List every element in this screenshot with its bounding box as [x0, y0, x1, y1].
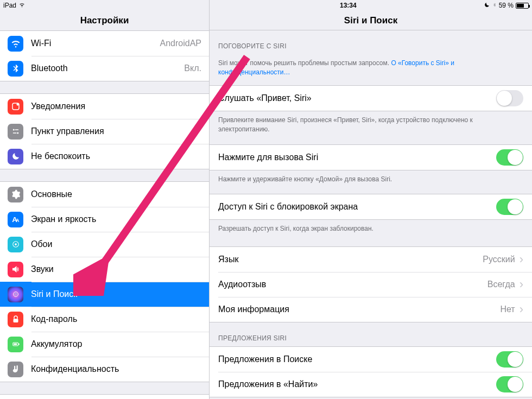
sidebar-item-label: Bluetooth [31, 64, 180, 73]
sidebar-item-dnd[interactable]: Не беспокоить [0, 144, 209, 169]
svg-rect-3 [15, 129, 18, 130]
row-press-for-siri[interactable]: Нажмите для вызова Siri [210, 145, 532, 170]
dnd-status-icon [484, 2, 490, 10]
svg-point-4 [17, 132, 18, 134]
sidebar-item-general[interactable]: Основные [0, 182, 209, 207]
row-label: Нажмите для вызова Siri [218, 153, 496, 162]
row-suggestions-search[interactable]: Предложения в Поиске [210, 347, 532, 372]
notifications-icon [8, 99, 23, 115]
status-bar-left: iPad [0, 0, 209, 11]
svg-rect-15 [14, 344, 17, 345]
lock-siri-footer: Разрешать доступ к Siri, когда экран заб… [210, 220, 532, 233]
lock-icon [8, 312, 23, 327]
hey-siri-footer: Привлеките внимание Siri, произнеся «При… [210, 111, 532, 135]
section-header-suggestions: ПРЕДЛОЖЕНИЯ SIRI [210, 322, 532, 346]
status-bar-right: 13:34 59 % [210, 0, 532, 11]
row-language[interactable]: Язык Русский › [210, 247, 532, 272]
chevron-right-icon: › [520, 278, 523, 290]
moon-icon [8, 149, 23, 164]
sidebar-item-label: Звуки [31, 264, 201, 274]
sidebar-item-label: Siri и Поиск [31, 289, 201, 299]
bluetooth-status-icon [492, 2, 497, 10]
sidebar-item-itunes[interactable]: iTunes Store и App Store [0, 395, 209, 399]
control-center-icon [8, 124, 23, 140]
row-label: Предложения в Поиске [218, 354, 496, 364]
sidebar-item-value: AndroidAP [160, 39, 202, 48]
svg-point-2 [12, 129, 14, 131]
settings-sidebar: iPad Настройки Wi-Fi AndroidAP Bluetooth [0, 0, 210, 399]
detail-pane: 13:34 59 % Siri и Поиск ПОГОВОРИТЕ С SIR… [210, 0, 532, 399]
toggle-press-siri[interactable] [496, 149, 523, 166]
row-label: Слушать «Привет, Siri» [218, 93, 496, 103]
hand-icon [8, 362, 23, 377]
sidebar-item-label: Экран и яркость [31, 214, 201, 224]
sidebar-item-wifi[interactable]: Wi-Fi AndroidAP [0, 31, 209, 56]
section-header-talk: ПОГОВОРИТЕ С SIRI [210, 30, 532, 54]
sidebar-item-label: Пункт управления [31, 126, 201, 136]
svg-point-1 [16, 103, 19, 106]
toggle-lock-siri[interactable] [496, 199, 523, 215]
chevron-right-icon: › [520, 254, 523, 265]
svg-point-11 [14, 293, 17, 296]
sidebar-item-passcode[interactable]: Код-пароль [0, 307, 209, 332]
sidebar-item-notifications[interactable]: Уведомления [0, 94, 209, 119]
sidebar-title: Настройки [0, 11, 209, 30]
row-label: Предложения в «Найти» [218, 379, 496, 389]
sidebar-item-label: Аккумулятор [31, 339, 201, 349]
sidebar-item-label: Основные [31, 189, 201, 199]
sidebar-item-siri[interactable]: Siri и Поиск [0, 282, 209, 307]
sidebar-item-label: Wi-Fi [31, 39, 156, 48]
svg-text:A: A [16, 218, 20, 223]
battery-icon [516, 3, 529, 9]
svg-point-9 [15, 243, 17, 245]
display-icon: AA [8, 212, 23, 227]
talk-description: Siri может помочь решить проблемы просты… [210, 54, 532, 78]
svg-rect-14 [18, 344, 20, 345]
press-siri-footer: Нажмите и удерживайте кнопку «Домой» для… [210, 170, 532, 184]
row-value: Всегда [487, 280, 515, 289]
sidebar-item-label: Обои [31, 239, 201, 249]
sidebar-item-control-center[interactable]: Пункт управления [0, 119, 209, 144]
row-value: Русский [483, 255, 515, 264]
sidebar-item-label: Код-пароль [31, 314, 201, 324]
svg-rect-12 [13, 319, 18, 322]
svg-rect-5 [12, 132, 16, 134]
svg-point-10 [13, 292, 18, 297]
battery-percent: 59 % [499, 2, 514, 9]
wifi-icon [18, 2, 26, 9]
battery-icon [8, 337, 23, 352]
sidebar-item-sounds[interactable]: Звуки [0, 257, 209, 282]
row-label: Моя информация [218, 305, 500, 314]
sidebar-item-value: Вкл. [184, 64, 201, 73]
gear-icon [8, 187, 23, 202]
row-siri-lock-screen[interactable]: Доступ к Siri с блокировкой экрана [210, 194, 532, 219]
row-value: Нет [500, 305, 515, 314]
bluetooth-icon [8, 61, 23, 77]
row-label: Доступ к Siri с блокировкой экрана [218, 202, 496, 212]
row-suggestions-lookup[interactable]: Предложения в «Найти» [210, 372, 532, 397]
status-time: 13:34 [340, 2, 357, 9]
sidebar-item-privacy[interactable]: Конфиденциальность [0, 357, 209, 382]
row-voice-feedback[interactable]: Аудиоотзыв Всегда › [210, 272, 532, 297]
toggle-suggestions-lookup[interactable] [496, 376, 523, 392]
row-label: Аудиоотзыв [218, 280, 487, 289]
toggle-suggestions-search[interactable] [496, 351, 523, 368]
speaker-icon [8, 262, 23, 277]
wifi-icon [8, 36, 23, 52]
detail-title: Siri и Поиск [210, 11, 532, 30]
row-label: Язык [218, 255, 483, 264]
sidebar-item-battery[interactable]: Аккумулятор [0, 332, 209, 357]
siri-icon [8, 287, 23, 302]
sidebar-item-label: Не беспокоить [31, 151, 201, 161]
row-hey-siri[interactable]: Слушать «Привет, Siri» [210, 86, 532, 111]
sidebar-item-bluetooth[interactable]: Bluetooth Вкл. [0, 56, 209, 81]
row-my-info[interactable]: Моя информация Нет › [210, 297, 532, 322]
sidebar-item-display[interactable]: AA Экран и яркость [0, 207, 209, 232]
toggle-hey-siri[interactable] [496, 90, 523, 106]
sidebar-item-label: Конфиденциальность [31, 364, 201, 374]
wallpaper-icon [8, 237, 23, 252]
sidebar-item-label: Уведомления [31, 102, 201, 111]
chevron-right-icon: › [520, 303, 523, 315]
sidebar-item-wallpaper[interactable]: Обои [0, 232, 209, 257]
device-name: iPad [3, 2, 16, 9]
